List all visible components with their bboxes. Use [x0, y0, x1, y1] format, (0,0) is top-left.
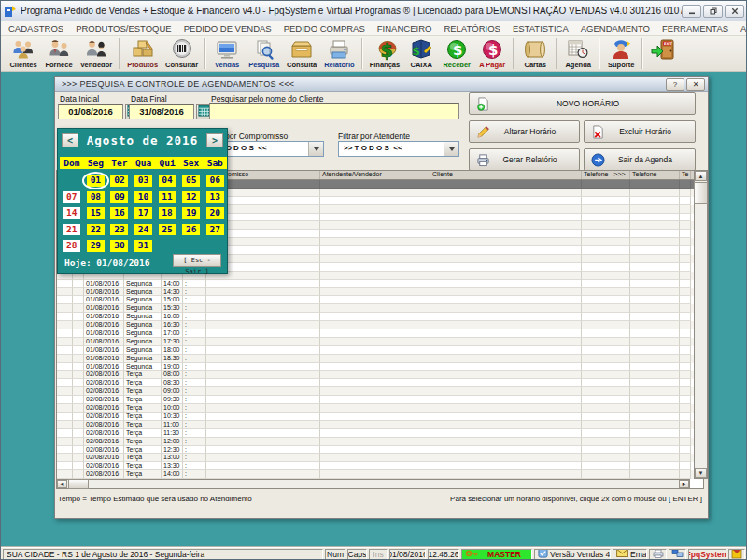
- calendar-day[interactable]: 02: [110, 175, 128, 187]
- menu-item-financeiro[interactable]: FINANCEIRO: [377, 23, 432, 34]
- calendar-day[interactable]: 12: [182, 191, 200, 203]
- vscroll-thumb[interactable]: [694, 182, 708, 204]
- dropdown-arrow-icon[interactable]: [444, 142, 458, 156]
- table-row[interactable]: 01/08/2016Segunda15:00:: [57, 296, 703, 304]
- calendar-day[interactable]: 29: [87, 240, 105, 252]
- scroll-left-icon[interactable]: ◄: [57, 480, 67, 488]
- table-row[interactable]: 02/08/2016Terça11:30:: [57, 429, 703, 438]
- scroll-down-icon[interactable]: ▼: [695, 468, 707, 478]
- calendar-day[interactable]: 09: [110, 191, 128, 203]
- table-row[interactable]: 02/08/2016Terça08:30:: [57, 379, 703, 387]
- table-row[interactable]: 02/08/2016Terça08:00:: [57, 371, 703, 379]
- toolbar-consultar-button[interactable]: Consultar: [162, 36, 202, 71]
- table-row[interactable]: 02/08/2016Terça11:00:: [57, 421, 703, 429]
- calendar-day[interactable]: 25: [159, 224, 176, 236]
- horizontal-scrollbar[interactable]: ◄ ►: [56, 479, 690, 489]
- excluir-horario-button[interactable]: Excluir Horário: [584, 120, 696, 143]
- filter-atendente-select[interactable]: >> T O D O S <<: [338, 141, 459, 157]
- calendar-prev-button[interactable]: <: [62, 133, 78, 147]
- toolbar-finan-as-button[interactable]: $Finanças: [366, 36, 404, 71]
- table-row[interactable]: 02/08/2016Terça09:00:: [57, 387, 703, 396]
- menu-item-estatistica[interactable]: ESTATISTICA: [513, 23, 569, 34]
- calendar-day[interactable]: 10: [134, 191, 152, 203]
- hscroll-thumb[interactable]: [68, 479, 89, 489]
- toolbar-vendedor-button[interactable]: Vendedor: [77, 36, 116, 71]
- menu-item-ajuda[interactable]: AJUDA: [740, 23, 747, 34]
- toolbar-clientes-button[interactable]: Clientes: [6, 36, 41, 71]
- calendar-day[interactable]: 04: [159, 175, 176, 187]
- calendar-day[interactable]: 30: [110, 240, 128, 252]
- calendar-day[interactable]: 06: [206, 175, 224, 187]
- toolbar-pesquisa-button[interactable]: Pesquisa: [245, 36, 283, 71]
- calendar-day[interactable]: 13: [206, 191, 224, 203]
- menu-item-relat-rios[interactable]: RELATÓRIOS: [444, 23, 500, 34]
- menu-item-ferramentas[interactable]: FERRAMENTAS: [662, 23, 728, 34]
- toolbar-fornece-button[interactable]: Fornece: [41, 36, 77, 71]
- novo-horario-button[interactable]: NOVO HORÁRIO: [469, 92, 696, 115]
- table-row[interactable]: 01/08/2016Segunda14:00:: [57, 280, 703, 288]
- toolbar-agenda-button[interactable]: Agenda: [560, 36, 596, 71]
- toolbar-relat-rio-button[interactable]: Relatório: [320, 36, 359, 71]
- calendar-day[interactable]: 26: [182, 224, 200, 236]
- calendar-day-selected[interactable]: 01: [87, 175, 105, 187]
- calendar-day[interactable]: 27: [206, 224, 224, 236]
- table-row[interactable]: 02/08/2016Terça13:30:: [57, 462, 703, 470]
- menu-item-cadastros[interactable]: CADASTROS: [8, 23, 63, 34]
- calendar-day[interactable]: 21: [63, 224, 80, 236]
- calendar-day[interactable]: 19: [182, 207, 200, 219]
- calendar-day[interactable]: 08: [87, 191, 105, 203]
- vertical-scrollbar[interactable]: ▲ ▼: [694, 170, 708, 479]
- table-row[interactable]: 02/08/2016Terça10:30:: [57, 413, 703, 421]
- calendar-day[interactable]: 31: [134, 240, 152, 252]
- close-agenda-button[interactable]: ✕: [686, 78, 705, 91]
- table-row[interactable]: 02/08/2016Terça13:00:: [57, 454, 703, 462]
- table-row[interactable]: 02/08/2016Terça12:30:: [57, 446, 703, 455]
- calendar-next-button[interactable]: >: [206, 133, 223, 147]
- calendar-day[interactable]: 17: [134, 207, 152, 219]
- calendar-esc-button[interactable]: [ Esc - Sair ]: [173, 254, 221, 267]
- table-row[interactable]: 02/08/2016Terça14:00:: [57, 470, 703, 479]
- toolbar-consulta-button[interactable]: Consulta: [283, 36, 320, 71]
- calendar-day[interactable]: 20: [206, 207, 224, 219]
- toolbar-suporte-button[interactable]: Suporte: [603, 36, 639, 71]
- sair-agenda-button[interactable]: Sair da Agenda: [584, 148, 696, 171]
- data-final-input[interactable]: [129, 104, 194, 119]
- close-button[interactable]: [725, 5, 744, 18]
- calendar-day[interactable]: 28: [63, 240, 80, 252]
- status-email[interactable]: Email: [613, 549, 647, 560]
- table-row[interactable]: 01/08/2016Segunda17:30:: [57, 338, 703, 346]
- restore-button[interactable]: [703, 5, 723, 18]
- alterar-horario-button[interactable]: Alterar Horário: [469, 120, 580, 143]
- help-button[interactable]: ?: [666, 78, 684, 91]
- search-client-input[interactable]: [209, 103, 459, 119]
- calendar-day[interactable]: 07: [63, 191, 80, 203]
- table-row[interactable]: 01/08/2016Segunda19:00:: [57, 363, 703, 371]
- calendar-day[interactable]: 22: [87, 224, 105, 236]
- menu-item-produtos-estoque[interactable]: PRODUTOS/ESTOQUE: [76, 23, 172, 34]
- scroll-up-icon[interactable]: ▲: [695, 171, 707, 181]
- calendar-day[interactable]: 15: [87, 207, 105, 219]
- menu-item-pedido-compras[interactable]: PEDIDO COMPRAS: [284, 23, 365, 34]
- calendar-day[interactable]: 11: [159, 191, 176, 203]
- toolbar-a-pagar-button[interactable]: $A Pagar: [474, 36, 510, 71]
- table-row[interactable]: 02/08/2016Terça09:30:: [57, 396, 703, 404]
- calendar-day[interactable]: 23: [110, 224, 128, 236]
- dropdown-arrow-icon[interactable]: [308, 142, 323, 156]
- table-row[interactable]: 01/08/2016Segunda17:00:: [57, 329, 703, 338]
- menu-item-pedido-de-vendas[interactable]: PEDIDO DE VENDAS: [184, 23, 272, 34]
- table-row[interactable]: 01/08/2016Segunda14:30:: [57, 288, 703, 297]
- table-row[interactable]: 01/08/2016Segunda18:30:: [57, 355, 703, 363]
- scroll-right-icon[interactable]: ►: [679, 480, 689, 488]
- table-row[interactable]: 01/08/2016Segunda16:30:: [57, 321, 703, 329]
- toolbar-vendas-button[interactable]: Vendas: [209, 36, 245, 71]
- menu-item-agendamento[interactable]: AGENDAMENTO: [581, 23, 650, 34]
- table-row[interactable]: 01/08/2016Segunda18:00:: [57, 346, 703, 355]
- toolbar-receber-button[interactable]: $Receber: [439, 36, 474, 71]
- toolbar-caixa-button[interactable]: $CAIXA: [403, 36, 439, 71]
- calendar-day[interactable]: 18: [159, 207, 176, 219]
- toolbar-cartas-button[interactable]: Cartas: [517, 36, 553, 71]
- table-row[interactable]: 02/08/2016Terça12:00:: [57, 438, 703, 446]
- table-row[interactable]: 01/08/2016Segunda15:30:: [57, 304, 703, 313]
- table-row[interactable]: 02/08/2016Terça10:00:: [57, 404, 703, 413]
- calendar-day[interactable]: 16: [110, 207, 128, 219]
